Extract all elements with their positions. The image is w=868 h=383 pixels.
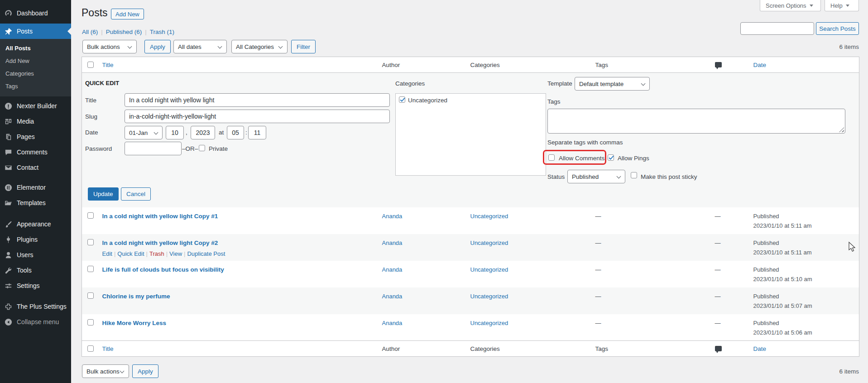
allow-comments-checkbox[interactable] xyxy=(548,154,555,161)
media-icon xyxy=(4,117,13,126)
author-link[interactable]: Ananda xyxy=(382,293,403,300)
search-input[interactable] xyxy=(740,22,814,35)
author-link[interactable]: Ananda xyxy=(382,213,403,220)
slug-field[interactable]: in-a-cold-night-with-yellow-light xyxy=(125,110,390,123)
post-status: Published xyxy=(753,320,855,326)
quick-edit-link[interactable]: Quick Edit xyxy=(117,250,144,257)
template-select[interactable]: Default template xyxy=(575,77,650,91)
trash-link[interactable]: Trash xyxy=(149,250,164,257)
comments-column-icon xyxy=(715,62,722,67)
duplicate-post-link[interactable]: Duplicate Post xyxy=(187,250,225,257)
status-select[interactable]: Published xyxy=(567,170,625,183)
resize-grip-icon xyxy=(839,127,844,132)
minute-field[interactable]: 11 xyxy=(248,126,266,139)
post-title-link[interactable]: Chlorine is my perfume xyxy=(102,293,170,300)
post-title-link[interactable]: Life is full of clouds but focus on visi… xyxy=(102,266,224,273)
row-checkbox[interactable] xyxy=(87,239,94,245)
row-checkbox[interactable] xyxy=(87,292,94,299)
year-field[interactable]: 2023 xyxy=(191,126,215,139)
column-header-title[interactable]: Title xyxy=(102,62,114,68)
author-link[interactable]: Ananda xyxy=(382,320,403,326)
column-footer-tags: Tags xyxy=(592,341,711,357)
author-link[interactable]: Ananda xyxy=(382,239,403,246)
sidebar-item-users[interactable]: Users xyxy=(0,247,71,263)
sidebar-item-tools[interactable]: Tools xyxy=(0,263,71,278)
post-title-link[interactable]: In a cold night with yellow light Copy #… xyxy=(102,213,218,220)
column-header-author: Author xyxy=(379,57,467,73)
bulk-actions-select[interactable]: Bulk actions xyxy=(82,40,137,53)
sidebar-item-appearance[interactable]: Appearance xyxy=(0,216,71,232)
dates-filter-select[interactable]: All dates xyxy=(173,40,227,53)
filter-button[interactable]: Filter xyxy=(291,40,316,53)
comments-value: — xyxy=(715,213,721,220)
category-link[interactable]: Uncategorized xyxy=(470,266,508,273)
edit-link[interactable]: Edit xyxy=(102,250,112,257)
sidebar-item-plugins[interactable]: Plugins xyxy=(0,232,71,247)
sidebar-item-media[interactable]: Media xyxy=(0,114,71,129)
sidebar-item-collapse-menu[interactable]: Collapse menu xyxy=(0,314,71,330)
column-footer-title[interactable]: Title xyxy=(102,345,114,352)
row-checkbox[interactable] xyxy=(87,266,94,272)
sidebar-item-contact[interactable]: Contact xyxy=(0,160,71,175)
category-link[interactable]: Uncategorized xyxy=(470,320,508,326)
month-select[interactable]: 01-Jan xyxy=(125,126,163,139)
view-published-link[interactable]: Published (6) xyxy=(106,29,142,35)
sidebar-item-pages[interactable]: Pages xyxy=(0,129,71,144)
help-button[interactable]: Help xyxy=(825,0,859,11)
row-checkbox[interactable] xyxy=(87,319,94,326)
apply-button-bottom[interactable]: Apply xyxy=(132,364,158,378)
private-label: Private xyxy=(209,145,228,152)
submenu-categories[interactable]: Categories xyxy=(0,67,71,80)
sidebar-item-templates[interactable]: Templates xyxy=(0,195,71,211)
sidebar-item-elementor[interactable]: Elementor xyxy=(0,180,71,195)
column-footer-categories: Categories xyxy=(467,341,592,357)
submenu-tags[interactable]: Tags xyxy=(0,80,71,93)
author-link[interactable]: Ananda xyxy=(382,266,403,273)
screen-options-button[interactable]: Screen Options xyxy=(760,0,821,11)
cancel-button[interactable]: Cancel xyxy=(121,187,151,201)
sidebar-item-settings[interactable]: Settings xyxy=(0,278,71,293)
sidebar-item-dashboard[interactable]: Dashboard xyxy=(0,5,71,21)
post-title-link[interactable]: Hike More Worry Less xyxy=(102,320,167,326)
add-new-button[interactable]: Add New xyxy=(111,9,144,19)
allow-pings-checkbox[interactable] xyxy=(608,154,614,161)
row-checkbox[interactable] xyxy=(87,212,94,219)
hour-field[interactable]: 05 xyxy=(227,126,244,139)
bulk-actions-select-bottom[interactable]: Bulk actions xyxy=(82,364,129,378)
category-link[interactable]: Uncategorized xyxy=(470,239,508,246)
folder-icon xyxy=(4,198,13,207)
password-field[interactable] xyxy=(125,142,182,155)
uncategorized-checkbox[interactable] xyxy=(399,96,405,103)
slug-label: Slug xyxy=(85,113,97,120)
select-all-checkbox[interactable] xyxy=(87,345,94,352)
select-all-checkbox[interactable] xyxy=(87,62,94,68)
view-all-link[interactable]: All (6) xyxy=(82,29,98,35)
category-link[interactable]: Uncategorized xyxy=(470,293,508,300)
sidebar-item-nexter-builder[interactable]: Nexter Builder xyxy=(0,98,71,114)
tags-textarea[interactable] xyxy=(547,109,845,134)
page-title: Posts xyxy=(82,7,108,19)
view-link[interactable]: View xyxy=(169,250,182,257)
sidebar-item-comments[interactable]: Comments xyxy=(0,144,71,160)
column-header-date[interactable]: Date xyxy=(753,62,767,68)
sidebar-item-the-plus-settings[interactable]: The Plus Settings xyxy=(0,299,71,314)
sticky-checkbox[interactable] xyxy=(631,172,637,178)
private-checkbox[interactable] xyxy=(199,145,205,151)
sidebar-item-label: Media xyxy=(17,118,34,125)
quick-edit-row: QUICK EDIT Title In a cold night with ye… xyxy=(82,73,859,207)
search-posts-button[interactable]: Search Posts xyxy=(816,22,859,35)
day-field[interactable]: 10 xyxy=(166,126,184,139)
category-link[interactable]: Uncategorized xyxy=(470,213,508,220)
apply-button[interactable]: Apply xyxy=(144,40,171,53)
update-button[interactable]: Update xyxy=(88,187,119,201)
submenu-all-posts[interactable]: All Posts xyxy=(0,42,71,55)
brush-icon xyxy=(4,220,13,229)
sidebar-item-posts[interactable]: Posts xyxy=(0,24,71,39)
title-field[interactable]: In a cold night with yellow light xyxy=(125,93,390,107)
submenu-add-new[interactable]: Add New xyxy=(0,55,71,67)
admin-sidebar: Dashboard Posts All Posts Add New Catego… xyxy=(0,0,71,383)
view-trash-link[interactable]: Trash (1) xyxy=(150,29,174,35)
categories-filter-select[interactable]: All Categories xyxy=(231,40,288,53)
column-footer-date[interactable]: Date xyxy=(753,345,767,352)
post-title-link[interactable]: In a cold night with yellow light Copy #… xyxy=(102,239,218,246)
